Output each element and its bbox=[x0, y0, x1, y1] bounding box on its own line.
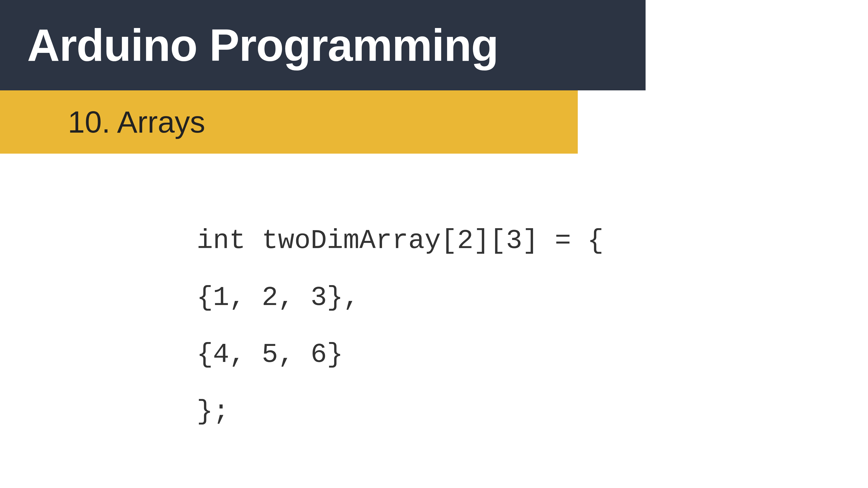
code-line: }; bbox=[197, 396, 229, 427]
page-title: Arduino Programming bbox=[27, 19, 498, 71]
code-line: {4, 5, 6} bbox=[197, 339, 343, 370]
subheader-bar: 10. Arrays bbox=[0, 90, 578, 154]
header-bar: Arduino Programming bbox=[0, 0, 646, 90]
code-line: {1, 2, 3}, bbox=[197, 283, 360, 313]
code-block: int twoDimArray[2][3] = { {1, 2, 3}, {4,… bbox=[197, 213, 603, 440]
code-line: int twoDimArray[2][3] = { bbox=[197, 225, 603, 256]
section-title: 10. Arrays bbox=[68, 105, 205, 140]
